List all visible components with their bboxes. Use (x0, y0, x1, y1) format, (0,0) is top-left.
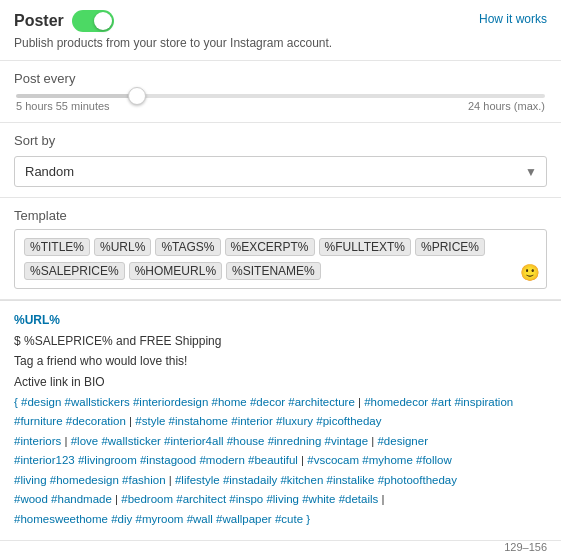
tag-title: %TITLE% (24, 238, 90, 256)
sort-by-label: Sort by (14, 133, 547, 148)
tag-excerpt: %EXCERPT% (225, 238, 315, 256)
preview-hashtags: { #design #wallstickers #interiordesign … (14, 393, 547, 530)
app-subtitle: Publish products from your store to your… (14, 36, 332, 50)
template-label: Template (14, 208, 547, 223)
template-tags-area[interactable]: %TITLE% %URL% %TAGS% %EXCERPT% %FULLTEXT… (14, 229, 547, 289)
tag-fulltext: %FULLTEXT% (319, 238, 411, 256)
app-title: Poster (14, 12, 64, 30)
toggle-thumb (94, 12, 112, 30)
header-title-row: Poster (14, 10, 332, 32)
preview-container: %URL% $ %SALEPRICE% and FREE Shipping Ta… (0, 300, 561, 560)
preview-line-saleprice: $ %SALEPRICE% and FREE Shipping (14, 332, 547, 351)
emoji-button[interactable]: 🙂 (520, 263, 540, 282)
page-container: Poster Publish products from your store … (0, 0, 561, 560)
preview-line-url: %URL% (14, 311, 547, 330)
sort-by-wrapper: Random Newest Oldest Price: Low to High … (14, 156, 547, 187)
tag-saleprice: %SALEPRICE% (24, 262, 125, 280)
post-frequency-slider[interactable] (16, 94, 545, 98)
separator: | (358, 396, 361, 408)
tag-tags: %TAGS% (155, 238, 220, 256)
sort-by-select[interactable]: Random Newest Oldest Price: Low to High … (14, 156, 547, 187)
tag-sitename: %SITENAME% (226, 262, 321, 280)
template-section: Template %TITLE% %URL% %TAGS% %EXCERPT% … (0, 198, 561, 300)
sort-by-section: Sort by Random Newest Oldest Price: Low … (0, 123, 561, 198)
slider-max-label: 24 hours (max.) (468, 100, 545, 112)
slider-container: 5 hours 55 minutes 24 hours (max.) (14, 94, 547, 112)
preview-line-tagfriend: Tag a friend who would love this! (14, 352, 547, 371)
tag-url: %URL% (94, 238, 151, 256)
how-it-works-link[interactable]: How it works (479, 12, 547, 26)
separator: | (129, 415, 132, 427)
tag-price: %PRICE% (415, 238, 485, 256)
preview-area[interactable]: %URL% $ %SALEPRICE% and FREE Shipping Ta… (0, 301, 561, 541)
header-left: Poster Publish products from your store … (14, 10, 332, 50)
tag-homeurl: %HOMEURL% (129, 262, 222, 280)
toggle-track (72, 10, 114, 32)
slider-min-label: 5 hours 55 minutes (16, 100, 110, 112)
post-every-section: Post every 5 hours 55 minutes 24 hours (… (0, 61, 561, 123)
post-every-label: Post every (14, 71, 547, 86)
preview-line-activlink: Active link in BIO (14, 373, 547, 392)
toggle-switch[interactable] (72, 10, 114, 32)
header-section: Poster Publish products from your store … (0, 0, 561, 61)
page-count: 129–156 (0, 541, 561, 560)
